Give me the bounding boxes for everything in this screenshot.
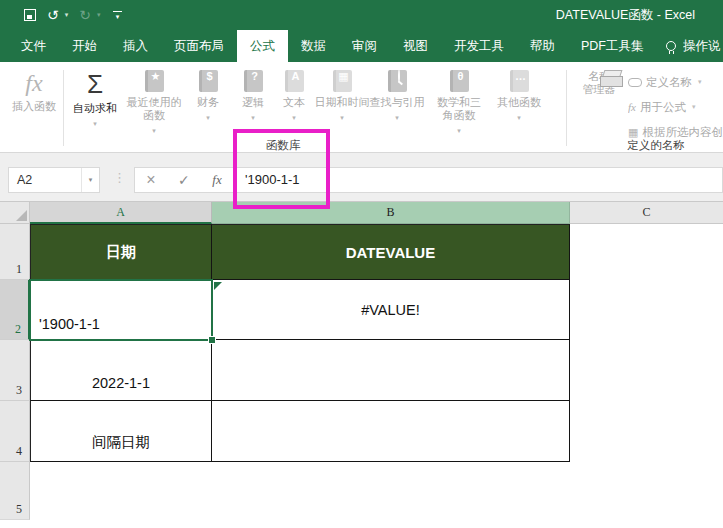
tab-formulas[interactable]: 公式 — [237, 30, 288, 62]
text-button[interactable]: A 文本 ▾ — [274, 70, 314, 124]
insert-function-button[interactable]: fx 插入函数 — [6, 70, 62, 113]
tab-insert[interactable]: 插入 — [110, 30, 161, 62]
ribbon-formulas: fx 插入函数 Σ 自动求和 ▾ ★ 最近使用的函数 ▾ $ 财务 ▾ ? 逻辑… — [0, 62, 723, 153]
dropdown-icon[interactable]: ▾ — [232, 111, 274, 124]
dropdown-icon[interactable]: ▾ — [274, 111, 314, 124]
insert-function-icon[interactable]: fx — [212, 172, 221, 188]
tab-developer[interactable]: 开发工具 — [441, 30, 517, 62]
dropdown-icon[interactable]: ▾ — [314, 111, 370, 124]
select-all-corner[interactable] — [0, 202, 30, 224]
cell-a4[interactable]: 间隔日期 — [30, 401, 212, 462]
column-header-c[interactable]: C — [570, 202, 723, 224]
lookup-reference-button[interactable]: 查找与引用 ▾ — [368, 70, 426, 124]
group-label-defined-names: 定义的名称 — [598, 138, 714, 153]
recently-used-button[interactable]: ★ 最近使用的函数 ▾ — [124, 70, 184, 137]
name-tag-icon — [628, 78, 642, 87]
column-header-b[interactable]: B — [212, 202, 570, 224]
formula-bar-drag-handle[interactable]: ⋮ — [113, 170, 126, 185]
title-bar: ↺ ▾ ↻ ▾ ▾ DATEVALUE函数 - Excel — [0, 0, 723, 30]
formula-bar: A2 ▾ ⋮ × ✓ fx '1900-1-1 — [0, 153, 723, 202]
formula-input[interactable]: '1900-1-1 — [235, 167, 723, 193]
tab-home[interactable]: 开始 — [59, 30, 110, 62]
row-header-3[interactable]: 3 — [0, 340, 30, 401]
row-header-4[interactable]: 4 — [0, 401, 30, 462]
dropdown-icon: ▾ — [692, 103, 696, 111]
define-name-button[interactable]: 定义名称 ▾ — [628, 72, 723, 92]
book-star-icon: ★ — [145, 70, 164, 92]
cell-a1[interactable]: 日期 — [30, 224, 212, 280]
dropdown-icon[interactable]: ▾ — [124, 124, 184, 137]
customize-quick-access-icon[interactable]: ▾ — [112, 11, 124, 19]
dropdown-icon[interactable]: ▾ — [66, 117, 124, 130]
tab-help[interactable]: 帮助 — [517, 30, 568, 62]
window-title: DATEVALUE函数 - Excel — [556, 0, 695, 30]
cell-b2[interactable]: #VALUE! — [212, 280, 570, 340]
enter-icon[interactable]: ✓ — [178, 172, 190, 188]
worksheet: A B C 1 2 3 4 5 日期 DATEVALUE '1900-1-1 #… — [0, 202, 723, 528]
tab-page-layout[interactable]: 页面布局 — [161, 30, 237, 62]
cell-b4[interactable] — [212, 401, 570, 462]
fx-icon: fx — [628, 101, 636, 113]
dropdown-icon[interactable]: ▾ — [428, 124, 490, 137]
group-label-function-library: 函数库 — [236, 138, 330, 153]
tell-me-search[interactable]: 操作说 — [660, 30, 723, 62]
corner-triangle-icon — [16, 210, 27, 221]
cancel-icon[interactable]: × — [146, 171, 155, 189]
tab-view[interactable]: 视图 — [390, 30, 441, 62]
book-a-icon: A — [285, 70, 304, 92]
redo-dropdown-icon: ▾ — [97, 11, 101, 19]
error-indicator-icon — [214, 282, 222, 290]
cell-b1[interactable]: DATEVALUE — [212, 224, 570, 280]
tab-file[interactable]: 文件 — [8, 30, 59, 62]
row-header-2[interactable]: 2 — [0, 280, 30, 340]
dropdown-icon[interactable]: ▾ — [368, 111, 426, 124]
save-icon[interactable] — [24, 9, 36, 21]
more-functions-button[interactable]: … 其他函数 ▾ — [492, 70, 546, 124]
logical-button[interactable]: ? 逻辑 ▾ — [232, 70, 274, 124]
book-coins-icon: $ — [199, 70, 218, 92]
math-trig-button[interactable]: θ 数学和三角函数 ▾ — [428, 70, 490, 137]
cell-a3[interactable]: 2022-1-1 — [30, 340, 212, 401]
dropdown-icon[interactable]: ▾ — [186, 111, 230, 124]
cell-b3[interactable] — [212, 340, 570, 401]
name-box[interactable]: A2 ▾ — [8, 167, 100, 193]
use-in-formula-button[interactable]: fx 用于公式 ▾ — [628, 97, 723, 117]
undo-dropdown-icon[interactable]: ▾ — [65, 11, 69, 19]
sigma-icon: Σ — [66, 70, 124, 98]
ribbon-tab-row: 文件 开始 插入 页面布局 公式 数据 审阅 视图 开发工具 帮助 PDF工具集… — [0, 30, 723, 62]
column-header-a[interactable]: A — [30, 202, 212, 224]
name-manager-button[interactable]: 名称 管理器 — [572, 70, 626, 96]
fx-icon: fx — [6, 70, 62, 96]
ribbon-divider — [566, 70, 567, 146]
tab-pdf-tools[interactable]: PDF工具集 — [568, 30, 657, 62]
tab-data[interactable]: 数据 — [288, 30, 339, 62]
book-ellipsis-icon: … — [510, 70, 529, 92]
date-time-button[interactable]: ▦ 日期和时间 ▾ — [314, 70, 370, 124]
grid-icon: ▦ — [628, 126, 638, 139]
book-calendar-icon: ▦ — [333, 70, 352, 92]
tab-review[interactable]: 审阅 — [339, 30, 390, 62]
financial-button[interactable]: $ 财务 ▾ — [186, 70, 230, 124]
book-theta-icon: θ — [450, 70, 469, 92]
ribbon-divider — [63, 70, 64, 146]
lightbulb-icon — [666, 41, 676, 51]
dropdown-icon[interactable]: ▾ — [492, 111, 546, 124]
quick-access-toolbar: ↺ ▾ ↻ ▾ ▾ — [24, 0, 124, 30]
row-header-1[interactable]: 1 — [0, 224, 30, 280]
dropdown-icon: ▾ — [698, 78, 702, 86]
cell-a2-active[interactable]: '1900-1-1 — [30, 280, 212, 340]
autosum-button[interactable]: Σ 自动求和 ▾ — [66, 70, 124, 130]
excel-window: ↺ ▾ ↻ ▾ ▾ DATEVALUE函数 - Excel 文件 开始 插入 页… — [0, 0, 723, 528]
formula-bar-buttons: × ✓ fx — [134, 167, 234, 193]
row-header-5[interactable]: 5 — [0, 462, 30, 520]
book-question-icon: ? — [244, 70, 263, 92]
book-magnifier-icon — [388, 70, 407, 92]
tell-me-label: 操作说 — [683, 38, 723, 55]
undo-icon[interactable]: ↺ — [47, 0, 59, 30]
redo-icon: ↻ — [79, 0, 91, 30]
name-box-dropdown-icon[interactable]: ▾ — [81, 168, 99, 192]
